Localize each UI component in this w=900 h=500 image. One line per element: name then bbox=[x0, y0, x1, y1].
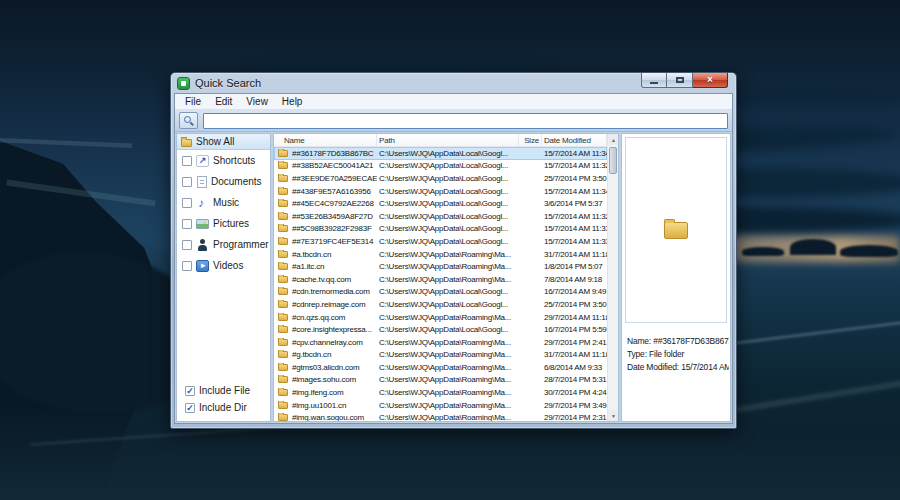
table-row[interactable]: #img.ifeng.com C:\Users\WJQ\AppData\Roam… bbox=[274, 386, 607, 399]
row-path: C:\Users\WJQ\AppData\Roaming\Ma... bbox=[377, 375, 519, 384]
row-date-modified: 15/7/2014 AM 11:32 bbox=[542, 212, 607, 221]
table-row[interactable]: #core.insightexpressa... C:\Users\WJQ\Ap… bbox=[274, 323, 607, 336]
close-icon: × bbox=[707, 75, 713, 85]
row-name: #cdnrep.reimage.com bbox=[292, 300, 366, 309]
filter-checkbox[interactable] bbox=[182, 261, 192, 271]
sidebar-filter-item[interactable]: Programmer bbox=[177, 234, 270, 255]
menu-edit[interactable]: Edit bbox=[208, 96, 239, 107]
table-row[interactable]: #img.wan.sogou.com C:\Users\WJQ\AppData\… bbox=[274, 411, 607, 421]
menu-file[interactable]: File bbox=[178, 96, 208, 107]
row-name: #img.ifeng.com bbox=[292, 388, 343, 397]
scroll-up-button[interactable]: ▲ bbox=[608, 134, 619, 145]
folder-icon bbox=[278, 276, 288, 283]
row-path: C:\Users\WJQ\AppData\Local\Googl... bbox=[377, 237, 519, 246]
option-label: Include File bbox=[199, 385, 250, 396]
row-date-modified: 29/7/2014 PM 2:41 bbox=[542, 338, 607, 347]
window-controls: × bbox=[641, 73, 728, 88]
row-date-modified: 15/7/2014 AM 11:33 bbox=[542, 237, 607, 246]
maximize-button[interactable] bbox=[667, 73, 693, 88]
sidebar-filter-item[interactable]: Pictures bbox=[177, 213, 270, 234]
table-row[interactable]: ##3EE9DE70A259ECAE C:\Users\WJQ\AppData\… bbox=[274, 172, 607, 185]
sidebar-item-show-all[interactable]: Show All bbox=[177, 134, 270, 150]
close-button[interactable]: × bbox=[693, 73, 728, 88]
window-frame: File Edit View Help Show All bbox=[174, 93, 733, 424]
column-header-date-modified[interactable]: Date Modified bbox=[542, 134, 607, 146]
sidebar-filter-item[interactable]: Music bbox=[177, 192, 270, 213]
search-button[interactable] bbox=[179, 112, 198, 129]
row-name: #cn.qzs.qq.com bbox=[292, 313, 345, 322]
filter-label: Pictures bbox=[213, 218, 249, 229]
person-icon bbox=[196, 239, 209, 251]
row-path: C:\Users\WJQ\AppData\Roaming\Ma... bbox=[377, 313, 519, 322]
option-checkbox[interactable]: ✓ bbox=[185, 386, 195, 396]
menu-help[interactable]: Help bbox=[275, 96, 310, 107]
row-name: #images.sohu.com bbox=[292, 375, 356, 384]
column-header-size[interactable]: Size bbox=[519, 134, 542, 146]
video-icon bbox=[196, 260, 209, 272]
table-row[interactable]: ##53E26B3459A8F27D C:\Users\WJQ\AppData\… bbox=[274, 210, 607, 223]
table-row[interactable]: #cdn.tremormedia.com C:\Users\WJQ\AppDat… bbox=[274, 286, 607, 299]
vertical-scrollbar[interactable]: ▲ ▼ bbox=[607, 134, 618, 421]
table-row[interactable]: #a.tbcdn.cn C:\Users\WJQ\AppData\Roaming… bbox=[274, 248, 607, 261]
table-row[interactable]: #cdnrep.reimage.com C:\Users\WJQ\AppData… bbox=[274, 298, 607, 311]
sidebar-filter-item[interactable]: Videos bbox=[177, 255, 270, 276]
table-row[interactable]: #g.tbcdn.cn C:\Users\WJQ\AppData\Roaming… bbox=[274, 349, 607, 362]
row-date-modified: 15/7/2014 AM 11:34 bbox=[542, 149, 607, 158]
row-name: ##7E3719FC4EF5E314 bbox=[292, 237, 373, 246]
table-body: ##36178F7D63B867BC C:\Users\WJQ\AppData\… bbox=[274, 147, 607, 421]
include-options: ✓ Include File ✓ Include Dir bbox=[185, 382, 250, 416]
folder-icon bbox=[278, 162, 288, 169]
table-row[interactable]: #images.sohu.com C:\Users\WJQ\AppData\Ro… bbox=[274, 374, 607, 387]
row-date-modified: 29/7/2014 AM 11:18 bbox=[542, 313, 607, 322]
table-row[interactable]: #gtms03.alicdn.com C:\Users\WJQ\AppData\… bbox=[274, 361, 607, 374]
titlebar[interactable]: Quick Search × bbox=[171, 73, 736, 93]
content-area: Show All Shortcuts Documents Music Pictu… bbox=[175, 132, 732, 423]
table-row[interactable]: ##36178F7D63B867BC C:\Users\WJQ\AppData\… bbox=[274, 147, 607, 160]
filter-label: Documents bbox=[211, 176, 262, 187]
table-row[interactable]: ##38B52AEC50041A21 C:\Users\WJQ\AppData\… bbox=[274, 160, 607, 173]
table-row[interactable]: #img.uu1001.cn C:\Users\WJQ\AppData\Roam… bbox=[274, 399, 607, 412]
table-row[interactable]: #cache.tv.qq.com C:\Users\WJQ\AppData\Ro… bbox=[274, 273, 607, 286]
scroll-down-button[interactable]: ▼ bbox=[608, 410, 619, 421]
filter-checkbox[interactable] bbox=[182, 177, 192, 187]
column-header-name[interactable]: Name bbox=[274, 134, 377, 146]
music-icon bbox=[196, 197, 209, 209]
row-path: C:\Users\WJQ\AppData\Local\Googl... bbox=[377, 224, 519, 233]
table-row[interactable]: #a1.itc.cn C:\Users\WJQ\AppData\Roaming\… bbox=[274, 260, 607, 273]
horizon-rock bbox=[840, 245, 898, 257]
filter-checkbox[interactable] bbox=[182, 156, 192, 166]
detail-label: Name: bbox=[627, 336, 653, 346]
folder-icon bbox=[278, 301, 288, 308]
table-header: Name Path Size Date Modified bbox=[274, 134, 618, 147]
column-header-path[interactable]: Path bbox=[377, 134, 519, 146]
folder-icon bbox=[278, 351, 288, 358]
row-path: C:\Users\WJQ\AppData\Roaming\Ma... bbox=[377, 388, 519, 397]
minimize-button[interactable] bbox=[641, 73, 667, 88]
row-name: ##45EC4C9792AE2268 bbox=[292, 199, 374, 208]
detail-line: Date Modified: 15/7/2014 AM 11... bbox=[627, 361, 729, 374]
filter-checkbox[interactable] bbox=[182, 219, 192, 229]
row-date-modified: 15/7/2014 AM 11:33 bbox=[542, 224, 607, 233]
option-checkbox[interactable]: ✓ bbox=[185, 403, 195, 413]
sidebar-filter-item[interactable]: Shortcuts bbox=[177, 150, 270, 171]
row-date-modified: 30/7/2014 PM 4:24 bbox=[542, 388, 607, 397]
folder-icon bbox=[278, 326, 288, 333]
table-row[interactable]: ##45EC4C9792AE2268 C:\Users\WJQ\AppData\… bbox=[274, 197, 607, 210]
horizon-rock bbox=[790, 239, 836, 255]
horizon-rock bbox=[742, 247, 784, 256]
menu-view[interactable]: View bbox=[239, 96, 275, 107]
table-row[interactable]: ##7E3719FC4EF5E314 C:\Users\WJQ\AppData\… bbox=[274, 235, 607, 248]
table-row[interactable]: #cn.qzs.qq.com C:\Users\WJQ\AppData\Roam… bbox=[274, 311, 607, 324]
filter-checkbox[interactable] bbox=[182, 198, 192, 208]
search-input[interactable] bbox=[203, 113, 728, 129]
row-date-modified: 25/7/2014 PM 3:50 bbox=[542, 174, 607, 183]
table-row[interactable]: #cpv.channelray.com C:\Users\WJQ\AppData… bbox=[274, 336, 607, 349]
detail-line: Type: File folder bbox=[627, 348, 729, 361]
table-row[interactable]: ##438F9E57A6163956 C:\Users\WJQ\AppData\… bbox=[274, 185, 607, 198]
filter-label: Programmer bbox=[213, 239, 269, 250]
table-row[interactable]: ##5C98B39282F2983F C:\Users\WJQ\AppData\… bbox=[274, 223, 607, 236]
filter-checkbox[interactable] bbox=[182, 240, 192, 250]
sidebar-filter-item[interactable]: Documents bbox=[177, 171, 270, 192]
scroll-thumb[interactable] bbox=[609, 147, 617, 174]
row-path: C:\Users\WJQ\AppData\Roaming\Ma... bbox=[377, 363, 519, 372]
